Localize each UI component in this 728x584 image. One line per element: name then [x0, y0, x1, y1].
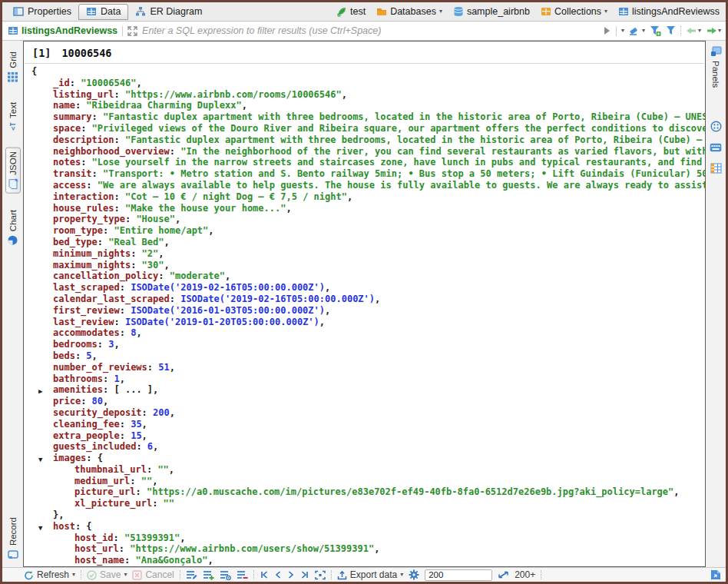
history-back-button[interactable]: ▾: [686, 26, 701, 35]
add-row-icon[interactable]: [203, 569, 214, 580]
json-key: bedrooms: [53, 339, 98, 350]
export-data-button[interactable]: Export data ▾: [337, 569, 403, 580]
json-key: cleaning_fee: [53, 419, 120, 430]
json-key: host_url: [74, 543, 119, 554]
active-entity[interactable]: listingsAndReviewss: [8, 25, 117, 36]
breadcrumb-database[interactable]: sample_airbnb: [453, 6, 530, 17]
tab-er-diagram[interactable]: ER Diagram: [128, 4, 209, 20]
json-line: summary: "Fantastic duplex apartment wit…: [24, 111, 705, 123]
filters-button[interactable]: [666, 25, 676, 36]
view-tab-text[interactable]: <T Text: [7, 99, 19, 134]
json-key: bed_type: [53, 237, 98, 247]
focus-row-icon[interactable]: [315, 570, 326, 580]
json-value: :: [98, 237, 108, 247]
save-icon: [87, 570, 97, 580]
json-line: description: "Fantastic duplex apartment…: [24, 134, 705, 146]
bottom-toolbar: Refresh ▾ Save ▾ Cancel: [2, 567, 726, 582]
json-line: {: [24, 66, 705, 78]
export-label: Export data: [350, 569, 397, 580]
json-value: ,: [180, 533, 185, 543]
json-value: ,: [114, 339, 119, 350]
value-panel-icon[interactable]: [710, 121, 722, 132]
save-filter-button[interactable]: [650, 25, 661, 36]
maximize-panel-icon[interactable]: [710, 569, 721, 580]
json-line: calendar_last_scraped: ISODate('2019-02-…: [24, 294, 705, 305]
json-value: ,: [207, 555, 213, 566]
tab-data[interactable]: Data: [78, 4, 128, 20]
metadata-panel-icon[interactable]: [710, 163, 722, 174]
json-line: name: "Ribeidraa Charming Duplexx",: [24, 100, 705, 111]
chart-view-icon: [8, 235, 18, 245]
history-forward-button[interactable]: ▾: [706, 26, 721, 35]
edit-row-icon[interactable]: [186, 569, 197, 580]
json-line: xl_picture_url: "": [24, 498, 705, 509]
view-tab-grid[interactable]: Grid: [6, 48, 19, 85]
json-value: 6: [147, 441, 153, 452]
json-line: security_deposit: 200,: [24, 407, 705, 419]
json-line: cancellation_policy: "moderate",: [24, 270, 705, 282]
caret-down-icon: ▾: [698, 28, 701, 34]
table-icon: [8, 25, 18, 36]
sql-filter-input[interactable]: [142, 25, 597, 36]
document-index: [1]: [32, 47, 51, 59]
caret-down-icon: ▾: [400, 572, 403, 578]
json-value: ,: [319, 317, 325, 327]
json-value: :: [142, 407, 153, 418]
duplicate-row-icon[interactable]: [220, 569, 231, 580]
json-line: },: [24, 509, 705, 521]
json-line: bathrooms: 1,: [24, 373, 705, 385]
nav-next-icon[interactable]: [287, 570, 295, 579]
nav-last-icon[interactable]: [300, 570, 309, 579]
delete-row-icon[interactable]: [237, 569, 248, 580]
json-value: :: [81, 157, 91, 168]
er-diagram-icon: [135, 6, 146, 17]
fetch-page-icon[interactable]: [498, 570, 509, 579]
calculator-panel-icon[interactable]: [710, 143, 722, 152]
json-lines[interactable]: {_id: "10006546",listing_url: "https://w…: [24, 66, 705, 566]
breadcrumb-collections[interactable]: Collections ▾: [541, 6, 607, 17]
json-value: ,: [164, 260, 170, 270]
json-value: :: [92, 111, 103, 122]
json-value: :: [98, 339, 108, 350]
breadcrumb-label: Collections: [554, 6, 601, 17]
right-panel-tabs: Panels: [706, 41, 726, 567]
nav-first-icon[interactable]: [260, 570, 269, 579]
tab-properties[interactable]: Properties: [6, 4, 78, 20]
json-key: transit: [53, 168, 92, 179]
svg-text:JSON: JSON: [14, 178, 18, 181]
panel-tab-panels[interactable]: Panels: [709, 44, 723, 90]
fetch-size-input[interactable]: [425, 569, 492, 581]
divider: [25, 63, 704, 64]
json-value: :: [124, 555, 135, 566]
run-query-icon[interactable]: [602, 26, 611, 35]
save-button[interactable]: Save ▾: [87, 569, 127, 580]
json-key: extra_people: [53, 430, 120, 441]
json-value: ,: [375, 294, 380, 304]
nav-prev-icon[interactable]: [274, 570, 282, 579]
cancel-button[interactable]: Cancel: [132, 569, 174, 580]
breadcrumb-collection[interactable]: listingsAndReviewss: [618, 6, 720, 17]
json-key: host: [53, 521, 75, 532]
json-value: :: [125, 214, 136, 224]
json-value: :: [103, 373, 114, 384]
json-value: :: [114, 203, 124, 214]
view-tab-json[interactable]: JSON JSON: [5, 148, 21, 194]
run-options-caret-icon[interactable]: ▾: [621, 28, 624, 34]
expand-filter-icon[interactable]: [127, 26, 137, 36]
breadcrumb-connection[interactable]: test: [336, 6, 366, 17]
breadcrumb-databases[interactable]: Databases ▾: [376, 6, 442, 17]
document-panel: [1]10006546 {_id: "10006546",listing_url…: [23, 41, 706, 567]
json-value: "Make the house your home...": [125, 203, 286, 214]
view-tab-chart[interactable]: Chart: [6, 207, 19, 248]
grid-view-icon: [8, 72, 18, 82]
json-value: :: [136, 441, 147, 452]
json-key: property_type: [53, 214, 125, 224]
clear-filter-button[interactable]: ▾: [629, 25, 645, 36]
refresh-button[interactable]: Refresh ▾: [24, 569, 75, 580]
json-line: ▼images: {: [24, 453, 705, 464]
view-tab-record[interactable]: Record: [6, 514, 20, 562]
settings-gear-icon[interactable]: [409, 569, 419, 580]
json-line: host_url: "https://www.airbnb.com/users/…: [24, 543, 705, 555]
json-key: neighborhood_overview: [53, 146, 170, 157]
json-key: host_name: [74, 555, 124, 566]
